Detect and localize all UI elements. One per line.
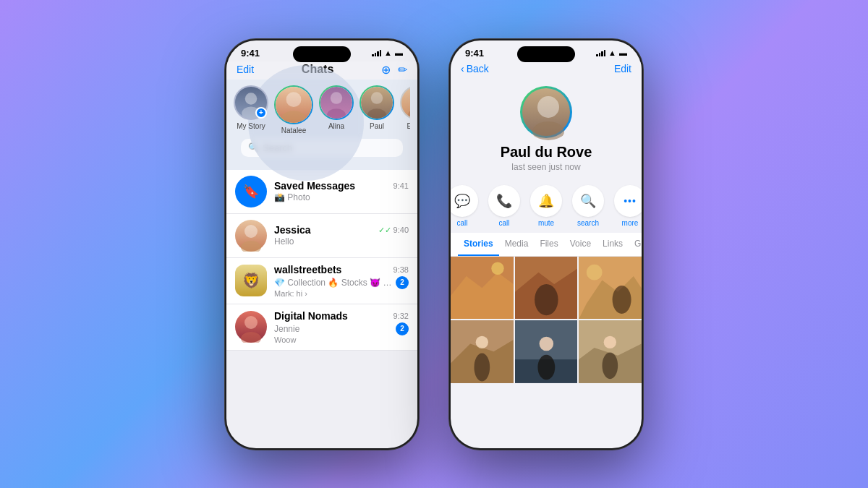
phone-1: 9:41 ▲ ▬ Edit Chats ⊕ ✏ bbox=[224, 38, 420, 450]
wsb-avatar: 🦁 bbox=[235, 265, 267, 296]
chat-preview-saved: 📸 Photo bbox=[274, 192, 310, 202]
stories-section: + My Story Natalee bbox=[226, 80, 417, 170]
tab-media[interactable]: Media bbox=[499, 233, 535, 256]
call-label: call bbox=[498, 219, 509, 227]
chat-item-wsb[interactable]: 🦁 wallstreetbets 9:38 💎 Collection 🔥 Sto… bbox=[226, 258, 417, 304]
alina-avatar bbox=[319, 85, 354, 120]
edit-button[interactable]: Edit bbox=[237, 64, 254, 75]
story-emma[interactable]: Emma bbox=[400, 85, 410, 134]
saved-avatar: 🔖 bbox=[235, 176, 267, 207]
battery-icon-2: ▬ bbox=[619, 48, 627, 57]
svg-point-25 bbox=[613, 286, 631, 314]
status-time-1: 9:41 bbox=[241, 48, 260, 59]
emma-avatar bbox=[400, 85, 410, 120]
action-message[interactable]: 💬 call bbox=[451, 185, 478, 227]
mute-label: mute bbox=[538, 219, 554, 227]
natalee-avatar bbox=[274, 85, 313, 124]
add-chat-icon[interactable]: ⊕ bbox=[381, 63, 391, 77]
profile-edit-button[interactable]: Edit bbox=[614, 63, 631, 74]
svg-point-6 bbox=[371, 92, 383, 103]
tab-files[interactable]: Files bbox=[534, 233, 563, 256]
chat-name-saved: Saved Messages bbox=[274, 180, 355, 192]
profile-actions: 💬 call 📞 call 🔔 mute 🔍 search ••• more bbox=[451, 179, 642, 233]
nomads-sub-preview: Woow bbox=[274, 335, 296, 344]
svg-point-32 bbox=[539, 337, 553, 351]
tab-gifs[interactable]: GIFs bbox=[629, 233, 642, 256]
signal-icon bbox=[372, 49, 381, 56]
media-grid bbox=[451, 257, 642, 383]
svg-point-12 bbox=[244, 316, 258, 329]
svg-point-33 bbox=[537, 355, 555, 380]
wsb-badge: 2 bbox=[396, 276, 409, 289]
compose-icon[interactable]: ✏ bbox=[398, 63, 407, 77]
search-profile-icon: 🔍 bbox=[572, 185, 604, 217]
chat-item-nomads[interactable]: Digital Nomads 9:32 Jennie 2 Woow bbox=[226, 304, 417, 351]
status-icons-2: ▲ ▬ bbox=[596, 48, 627, 57]
read-check: ✓✓ bbox=[378, 226, 391, 234]
search-label: search bbox=[577, 219, 599, 227]
chat-time-jessica: ✓✓ 9:40 bbox=[378, 226, 409, 235]
wifi-icon-2: ▲ bbox=[608, 48, 616, 57]
dynamic-island-1 bbox=[293, 46, 351, 62]
profile-tabs: Stories Media Files Voice Links GIFs bbox=[451, 233, 642, 257]
svg-point-13 bbox=[241, 332, 261, 343]
svg-point-14 bbox=[537, 96, 559, 118]
tab-voice[interactable]: Voice bbox=[564, 233, 597, 256]
tab-links[interactable]: Links bbox=[597, 233, 629, 256]
action-more[interactable]: ••• more bbox=[614, 185, 642, 227]
story-name-alina: Alina bbox=[328, 122, 344, 130]
story-natalee[interactable]: Natalee bbox=[274, 85, 313, 134]
status-time-2: 9:41 bbox=[465, 48, 484, 59]
story-name-emma: Emma bbox=[407, 122, 410, 130]
tab-stories[interactable]: Stories bbox=[458, 233, 499, 256]
back-chevron: ‹ bbox=[461, 63, 464, 74]
action-call[interactable]: 📞 call bbox=[488, 185, 520, 227]
action-search[interactable]: 🔍 search bbox=[572, 185, 604, 227]
svg-point-29 bbox=[474, 354, 490, 382]
chat-time-wsb: 9:38 bbox=[393, 265, 409, 274]
story-name-paul: Paul bbox=[370, 122, 384, 130]
media-cell-2[interactable] bbox=[579, 257, 642, 320]
svg-point-4 bbox=[331, 92, 343, 103]
wifi-icon: ▲ bbox=[384, 48, 392, 57]
wsb-sub-preview: Mark: hi › bbox=[274, 289, 307, 298]
svg-point-24 bbox=[587, 264, 603, 280]
chat-name-wsb: wallstreetbets bbox=[274, 264, 341, 275]
more-icon: ••• bbox=[614, 185, 642, 217]
media-cell-1[interactable] bbox=[515, 257, 578, 320]
svg-point-37 bbox=[603, 353, 618, 380]
svg-point-3 bbox=[281, 111, 305, 123]
message-icon: 💬 bbox=[451, 185, 478, 217]
mute-icon: 🔔 bbox=[530, 185, 562, 217]
action-mute[interactable]: 🔔 mute bbox=[530, 185, 562, 227]
back-button[interactable]: ‹ Back bbox=[461, 63, 489, 74]
story-my-story[interactable]: + My Story bbox=[234, 85, 268, 134]
chat-preview-jessica: Hello bbox=[274, 236, 294, 247]
media-cell-5[interactable] bbox=[579, 320, 642, 383]
chat-time-saved: 9:41 bbox=[393, 181, 409, 190]
media-cell-4[interactable] bbox=[515, 320, 578, 383]
call-icon: 📞 bbox=[488, 185, 520, 217]
svg-point-9 bbox=[408, 108, 410, 119]
svg-point-18 bbox=[491, 262, 503, 274]
svg-point-11 bbox=[241, 241, 261, 252]
svg-point-2 bbox=[286, 92, 302, 107]
svg-point-28 bbox=[476, 336, 488, 348]
signal-icon-2 bbox=[596, 49, 605, 56]
story-alina[interactable]: Alina bbox=[319, 85, 354, 134]
chat-item-jessica[interactable]: Jessica ✓✓ 9:40 Hello bbox=[226, 214, 417, 258]
chat-info-saved: Saved Messages 9:41 📸 Photo bbox=[274, 180, 409, 202]
chat-list: 🔖 Saved Messages 9:41 📸 Photo bbox=[226, 170, 417, 351]
paul-story-avatar bbox=[359, 85, 394, 120]
dynamic-island-2 bbox=[517, 46, 575, 62]
story-name-my: My Story bbox=[237, 122, 265, 130]
media-cell-0[interactable] bbox=[451, 257, 514, 320]
nomads-badge: 2 bbox=[396, 322, 409, 335]
svg-point-0 bbox=[245, 93, 258, 105]
profile-nav: ‹ Back Edit bbox=[451, 61, 642, 80]
chat-time-nomads: 9:32 bbox=[393, 312, 409, 320]
profile-name: Paul du Rove bbox=[501, 144, 592, 160]
media-cell-3[interactable] bbox=[451, 320, 514, 383]
svg-point-10 bbox=[244, 225, 258, 238]
story-paul[interactable]: Paul bbox=[359, 85, 394, 134]
